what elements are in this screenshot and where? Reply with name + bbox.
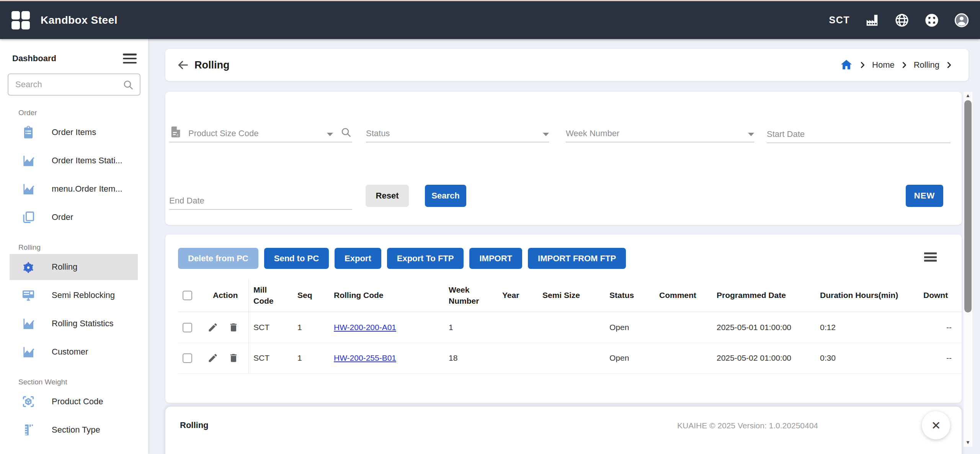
row-checkbox[interactable] bbox=[183, 323, 192, 332]
start-date-input[interactable]: Start Date bbox=[767, 122, 951, 143]
delete-icon[interactable] bbox=[228, 322, 239, 333]
cell-programmed-date: 2025-05-01 01:00:00 bbox=[712, 312, 815, 343]
week-number-label: Week Number bbox=[566, 129, 619, 138]
cell-status: Open bbox=[605, 312, 655, 343]
end-date-input[interactable]: End Date bbox=[169, 189, 352, 210]
sidebar-item-label: Product Code bbox=[52, 397, 103, 407]
sidebar-item-label: Rolling Statistics bbox=[52, 319, 113, 329]
product-size-code-select[interactable]: c Product Size Code bbox=[169, 122, 352, 142]
reset-button[interactable]: Reset bbox=[366, 185, 409, 207]
line-chart-icon bbox=[21, 182, 36, 196]
sidebar-item-section-type[interactable]: Section Type bbox=[0, 417, 148, 443]
chevron-right-icon bbox=[945, 61, 953, 69]
sidebar-item-rolling[interactable]: Rolling bbox=[10, 254, 138, 280]
close-icon[interactable]: ✕ bbox=[922, 411, 950, 439]
cell-year bbox=[498, 312, 538, 343]
cell-semi-size bbox=[538, 343, 605, 373]
cell-comment bbox=[655, 343, 712, 373]
app-title: Kandbox Steel bbox=[41, 14, 118, 26]
navbar-actions: SCT bbox=[829, 1, 970, 39]
sidebar-item-label: Semi Reblocking bbox=[52, 290, 115, 300]
edit-icon[interactable] bbox=[207, 322, 218, 333]
vertical-scrollbar[interactable]: ▲ ▼ bbox=[964, 92, 972, 447]
sidebar-title: Dashboard bbox=[12, 54, 56, 63]
account-icon[interactable] bbox=[954, 13, 969, 28]
export-button[interactable]: Export bbox=[335, 248, 381, 269]
sidebar-item-customer[interactable]: Customer bbox=[0, 339, 148, 365]
table-row: SCT 1 HW-200-255-B01 18 Open 2025-05-02 … bbox=[178, 343, 962, 374]
sidebar-item-product-code[interactable]: Product Code bbox=[0, 389, 148, 415]
user-code-badge[interactable]: SCT bbox=[829, 15, 850, 26]
edit-icon[interactable] bbox=[207, 353, 218, 363]
import-from-ftp-button[interactable]: IMPORT FROM FTP bbox=[528, 248, 626, 269]
table-row: SCT 1 HW-200-200-A01 1 Open 2025-05-01 0… bbox=[178, 312, 962, 343]
factory-icon[interactable] bbox=[864, 13, 880, 28]
app-grid-logo-icon[interactable] bbox=[11, 11, 30, 29]
status-select[interactable]: Status bbox=[366, 122, 549, 142]
table-card: Delete from PC Send to PC Export Export … bbox=[165, 234, 962, 403]
column-header-status: Status bbox=[605, 279, 655, 312]
sidebar-collapse-icon[interactable] bbox=[123, 54, 137, 63]
footer-card: Rolling KUAIHE © 2025 Version: 1.0.20250… bbox=[165, 407, 962, 454]
sidebar-item-order-items-statistics[interactable]: Order Items Stati... bbox=[0, 148, 148, 174]
cell-week-number: 18 bbox=[444, 343, 498, 373]
chevron-right-icon bbox=[858, 61, 867, 69]
select-all-checkbox[interactable] bbox=[183, 291, 192, 300]
home-icon[interactable] bbox=[840, 59, 853, 72]
breadcrumb-current[interactable]: Rolling bbox=[914, 60, 939, 70]
new-button[interactable]: NEW bbox=[906, 185, 943, 207]
column-header-year: Year bbox=[498, 279, 538, 312]
search-icon[interactable] bbox=[122, 79, 134, 91]
lookup-search-icon[interactable] bbox=[340, 126, 352, 138]
rolling-code-link[interactable]: HW-200-200-A01 bbox=[334, 323, 396, 332]
row-checkbox[interactable] bbox=[183, 353, 192, 363]
breadcrumb-home[interactable]: Home bbox=[872, 60, 895, 70]
back-arrow-icon[interactable] bbox=[175, 57, 191, 73]
sidebar-item-order[interactable]: Order bbox=[0, 204, 148, 230]
cell-programmed-date: 2025-05-02 01:00:00 bbox=[712, 343, 815, 373]
delete-icon[interactable] bbox=[228, 353, 239, 363]
filter-card: c Product Size Code Status Week Number S… bbox=[165, 92, 962, 225]
globe-icon[interactable] bbox=[894, 13, 910, 28]
sidebar-search bbox=[8, 73, 140, 96]
cell-duration: 0:12 bbox=[815, 312, 919, 343]
sidebar-search-input[interactable] bbox=[15, 80, 122, 89]
cell-seq: 1 bbox=[293, 343, 329, 373]
export-to-ftp-button[interactable]: Export To FTP bbox=[387, 248, 464, 269]
sidebar: Dashboard Order Order Items Order Items … bbox=[0, 39, 148, 454]
cell-mill-code: SCT bbox=[249, 312, 293, 343]
week-number-select[interactable]: Week Number bbox=[566, 122, 754, 142]
box-scan-icon bbox=[21, 394, 36, 409]
chevron-down-icon bbox=[543, 133, 549, 136]
delete-from-pc-button[interactable]: Delete from PC bbox=[178, 248, 258, 269]
scroll-down-icon[interactable]: ▼ bbox=[964, 439, 972, 445]
search-button[interactable]: Search bbox=[425, 185, 466, 207]
rolling-code-link[interactable]: HW-200-255-B01 bbox=[334, 353, 396, 363]
line-chart-icon bbox=[21, 345, 36, 359]
chevron-down-icon bbox=[327, 133, 333, 136]
column-header-programmed-date: Programmed Date bbox=[712, 279, 815, 312]
scroll-up-icon[interactable]: ▲ bbox=[964, 93, 972, 98]
column-header-seq: Seq bbox=[293, 279, 329, 312]
app-root: Kandbox Steel SCT Dashboard bbox=[0, 0, 980, 454]
line-chart-icon bbox=[21, 316, 36, 331]
line-chart-icon bbox=[21, 153, 36, 168]
sidebar-item-rolling-statistics[interactable]: Rolling Statistics bbox=[0, 311, 148, 337]
table-menu-icon[interactable] bbox=[924, 252, 937, 262]
sidebar-item-menu-order-item[interactable]: menu.Order Item... bbox=[0, 176, 148, 202]
sidebar-item-label: Order bbox=[52, 212, 73, 222]
sidebar-item-semi-reblocking[interactable]: Semi Reblocking bbox=[0, 282, 148, 308]
scrollbar-thumb[interactable] bbox=[964, 100, 972, 312]
cell-duration: 0:30 bbox=[815, 343, 919, 373]
fullscreen-icon[interactable] bbox=[924, 13, 939, 28]
top-navbar: Kandbox Steel SCT bbox=[0, 1, 980, 39]
file-code-icon: c bbox=[169, 125, 182, 138]
copy-icon bbox=[21, 210, 36, 225]
import-button[interactable]: IMPORT bbox=[469, 248, 522, 269]
column-header-action: Action bbox=[203, 279, 249, 312]
sidebar-item-order-items[interactable]: Order Items bbox=[0, 119, 148, 145]
column-header-downtime: Downt bbox=[919, 279, 962, 312]
sidebar-item-label: Order Items bbox=[52, 127, 96, 137]
send-to-pc-button[interactable]: Send to PC bbox=[264, 248, 329, 269]
cell-comment bbox=[655, 312, 712, 343]
